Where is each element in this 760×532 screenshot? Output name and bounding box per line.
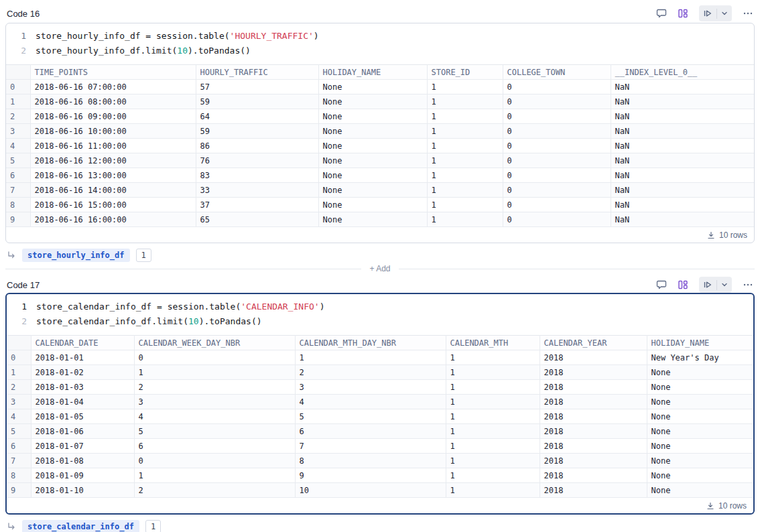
table-cell: 4 [134,409,295,424]
index-header [6,65,30,80]
column-header: HOURLY_TRAFFIC [196,65,318,80]
table-cell: 8 [295,454,446,468]
table-row: 42018-01-054512018None [7,409,753,424]
table-cell: None [647,380,753,395]
table-row: 52018-06-16 12:00:0076None10NaN [6,153,754,168]
divider [716,280,717,290]
comment-icon[interactable] [656,8,667,19]
table-cell: 2018 [540,350,647,365]
row-index: 9 [6,212,30,227]
code-editor[interactable]: 1store_hourly_info_df = session.table('H… [6,23,754,64]
table-cell: 0 [503,139,611,153]
table-cell: 2018-01-05 [31,409,134,424]
result-count-badge[interactable]: 1 [136,249,151,262]
table-cell: 0 [503,124,611,139]
table-cell: 2018-01-06 [31,424,134,439]
table-cell: 2018-06-16 15:00:00 [30,198,196,212]
table-cell: None [647,395,753,409]
table-cell: NaN [611,124,754,139]
dataframe-name-badge[interactable]: store_hourly_info_df [22,249,130,262]
download-results-button[interactable]: 10 rows [706,501,747,511]
table-cell: 3 [134,395,295,409]
row-index: 9 [7,483,31,498]
table-cell: 2018-01-09 [31,468,134,483]
cell-title[interactable]: Code 16 [7,9,40,19]
table-cell: 76 [196,153,318,168]
cell-title[interactable]: Code 17 [7,280,40,290]
row-index: 6 [7,439,31,454]
return-arrow-icon [7,522,16,531]
run-cell-icon[interactable] [702,8,713,19]
table-cell: 2018-01-04 [31,395,134,409]
table-cell: NaN [611,80,754,94]
table-cell: 1 [427,124,503,139]
code-text: store_hourly_info_df = session.table('HO… [26,29,319,44]
row-index: 3 [6,124,30,139]
table-row: 12018-06-16 08:00:0059None10NaN [6,94,754,109]
table-cell: 0 [134,454,295,468]
table-row: 92018-06-16 16:00:0065None10NaN [6,212,754,227]
chevron-down-icon[interactable] [720,281,729,289]
table-cell: 1 [427,198,503,212]
layout-panels-icon[interactable] [678,8,688,19]
column-header: HOLIDAY_NAME [318,65,427,80]
table-row: 82018-06-16 15:00:0037None10NaN [6,198,754,212]
more-options-icon[interactable] [743,279,753,290]
table-cell: 59 [196,124,318,139]
table-cell: 0 [503,94,611,109]
row-index: 7 [6,183,30,198]
table-cell: 2018-01-10 [31,483,134,498]
row-index: 3 [7,395,31,409]
table-cell: 9 [295,468,446,483]
table-cell: 1 [295,350,446,365]
table-cell: 86 [196,139,318,153]
download-icon [707,231,715,239]
table-cell: 2018 [540,468,647,483]
download-results-button[interactable]: 10 rows [707,230,747,240]
table-cell: 1 [446,365,540,380]
row-index: 8 [6,198,30,212]
row-index: 0 [6,80,30,94]
table-cell: 37 [196,198,318,212]
row-index: 2 [7,380,31,395]
row-count-label: 10 rows [719,230,747,240]
dataframe-name-badge[interactable]: store_calendar_info_df [22,520,139,532]
run-cell-icon[interactable] [702,279,713,290]
table-cell: 1 [427,153,503,168]
row-index: 4 [7,409,31,424]
more-options-icon[interactable] [743,8,753,19]
table-cell: 1 [446,468,540,483]
line-number: 1 [7,300,27,314]
table-cell: 0 [503,183,611,198]
table-cell: 57 [196,80,318,94]
table-row: 82018-01-091912018None [7,468,753,483]
layout-panels-icon[interactable] [678,279,688,290]
table-cell: 2018-06-16 11:00:00 [30,139,196,153]
table-cell: NaN [611,153,754,168]
code-line: 2store_calendar_info_df.limit(10).toPand… [7,314,753,329]
row-count-label: 10 rows [718,501,747,511]
column-header: HOLIDAY_NAME [647,336,753,350]
table-cell: 5 [295,409,446,424]
table-cell: None [647,483,753,498]
table-cell: 2018-01-01 [31,350,134,365]
table-cell: 5 [134,424,295,439]
table-cell: None [647,468,753,483]
download-icon [706,502,714,510]
chevron-down-icon[interactable] [720,9,729,17]
table-cell: 3 [295,380,446,395]
result-count-badge[interactable]: 1 [145,520,161,532]
table-cell: 0 [503,212,611,227]
code-editor[interactable]: 1store_calendar_info_df = session.table(… [7,294,753,335]
table-row: 72018-01-080812018None [7,454,753,468]
table-row: 22018-01-032312018None [7,380,753,395]
row-index: 8 [7,468,31,483]
table-row: 62018-06-16 13:00:0083None10NaN [6,168,754,183]
table-cell: 0 [503,198,611,212]
comment-icon[interactable] [656,279,667,290]
add-cell-button[interactable]: + Add [5,265,755,273]
table-cell: 0 [503,153,611,168]
table-cell: NaN [611,139,754,153]
column-header: CALENDAR_DATE [31,336,134,350]
table-cell: 1 [427,94,503,109]
